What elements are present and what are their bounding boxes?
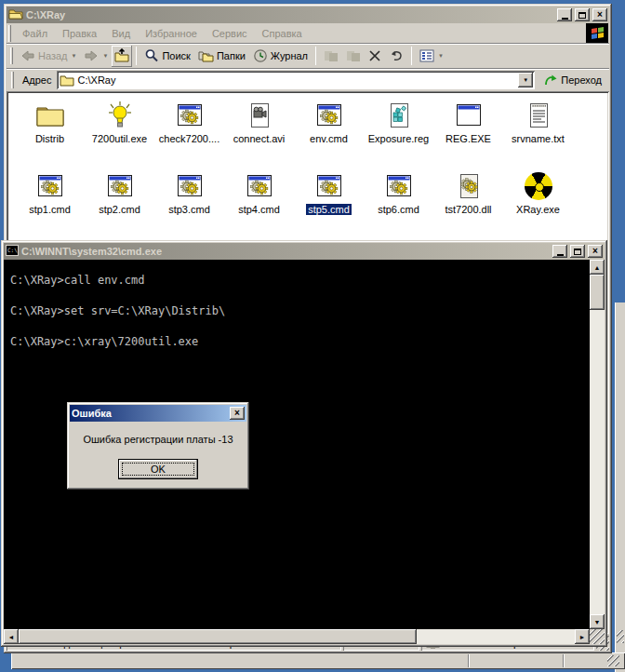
toolbar-grip[interactable] — [10, 47, 13, 64]
close-button[interactable]: × — [592, 8, 607, 21]
console-resize-grip[interactable] — [590, 629, 605, 644]
file-label: check7200.... — [159, 133, 219, 144]
up-button[interactable] — [112, 46, 132, 67]
undo-arrow-icon — [389, 49, 404, 62]
file-label: Exposure.reg — [368, 133, 429, 144]
file-stp3.cmd[interactable]: stp3.cmd — [154, 170, 224, 237]
console-title: C:\WINNT\system32\cmd.exe — [21, 246, 550, 257]
undo-button[interactable] — [385, 46, 407, 67]
vertical-scrollbar[interactable]: ▲ ▼ — [590, 260, 605, 629]
toolbar: Назад ▼ ▼ Поиск Папки — [7, 44, 609, 69]
address-input[interactable]: C:\XRay ▼ — [57, 71, 536, 89]
up-folder-icon — [113, 48, 130, 63]
move-to-button[interactable] — [320, 46, 342, 67]
cmd-file-icon — [383, 170, 415, 202]
address-bar: Адрес C:\XRay ▼ Переход — [7, 69, 609, 91]
delete-x-icon — [368, 49, 381, 62]
dialog-title: Ошибка — [72, 408, 227, 419]
console-close-button[interactable]: × — [588, 245, 603, 258]
file-tst7200.dll[interactable]: tst7200.dll — [433, 170, 503, 237]
menu-item-3[interactable]: Вид — [104, 26, 138, 41]
file-XRay.exe[interactable]: XRay.exe — [503, 170, 573, 237]
move-to-icon — [324, 49, 339, 62]
file-Exposure.reg[interactable]: Exposure.reg — [364, 100, 433, 167]
console-titlebar[interactable]: C:\ C:\WINNT\system32\cmd.exe × — [4, 243, 605, 260]
history-button[interactable]: Журнал — [249, 46, 312, 67]
explorer-title: C:\XRay — [26, 9, 554, 20]
dialog-close-button[interactable]: × — [230, 407, 245, 420]
background-window-right-edge — [615, 302, 625, 672]
folder-window-icon — [8, 7, 23, 22]
console-minimize-button[interactable] — [552, 245, 567, 258]
views-button[interactable]: ▼ — [416, 46, 447, 67]
views-dropdown-icon[interactable]: ▼ — [438, 53, 444, 59]
file-label: REG.EXE — [445, 133, 491, 144]
cmd-file-icon — [174, 170, 206, 202]
maximize-button[interactable] — [575, 8, 590, 21]
registry-file-icon — [383, 100, 415, 131]
explorer-titlebar[interactable]: C:\XRay × — [7, 7, 609, 23]
file-7200util.exe[interactable]: 7200util.exe — [85, 100, 154, 167]
file-Distrib[interactable]: Distrib — [15, 100, 85, 167]
file-srvname.txt[interactable]: srvname.txt — [503, 100, 573, 167]
cmd-file-icon — [244, 170, 275, 202]
text-file-icon — [523, 100, 554, 131]
minimize-button[interactable] — [557, 8, 572, 21]
file-stp1.cmd[interactable]: stp1.cmd — [15, 170, 85, 237]
file-label: 7200util.exe — [92, 133, 147, 144]
file-stp4.cmd[interactable]: stp4.cmd — [224, 170, 294, 237]
cmd-file-icon — [34, 170, 66, 202]
menubar-grip[interactable] — [8, 25, 11, 42]
radiation-icon — [523, 170, 554, 202]
file-label: connect.avi — [233, 133, 286, 144]
back-dropdown-icon[interactable]: ▼ — [72, 53, 77, 59]
file-label: srvname.txt — [512, 133, 565, 144]
copy-to-button[interactable] — [342, 46, 365, 67]
cmd-icon: C:\ — [6, 245, 19, 258]
vertical-scroll-thumb[interactable] — [590, 275, 605, 310]
delete-button[interactable] — [365, 46, 385, 67]
background-window-grip — [617, 630, 624, 643]
console-maximize-button[interactable] — [570, 245, 585, 258]
scroll-up-button[interactable]: ▲ — [590, 260, 605, 275]
back-button[interactable]: Назад ▼ — [17, 46, 80, 67]
history-clock-icon — [253, 48, 268, 63]
search-button[interactable]: Поиск — [140, 46, 193, 67]
file-label: tst7200.dll — [445, 204, 491, 215]
file-connect.avi[interactable]: connect.avi — [224, 100, 294, 167]
file-label: stp1.cmd — [29, 204, 71, 215]
file-label: Distrib — [35, 133, 64, 144]
scroll-left-button[interactable]: ◄ — [4, 629, 19, 644]
file-check7200....[interactable]: check7200.... — [154, 100, 224, 167]
scroll-down-button[interactable]: ▼ — [590, 614, 605, 629]
forward-button[interactable]: ▼ — [80, 46, 112, 67]
address-dropdown-button[interactable]: ▼ — [518, 73, 533, 87]
menu-item-5[interactable]: Сервис — [205, 26, 255, 41]
file-label: env.cmd — [310, 133, 348, 144]
menu-item-1[interactable]: Файл — [15, 26, 55, 41]
horizontal-scroll-thumb[interactable] — [19, 629, 417, 644]
file-stp2.cmd[interactable]: stp2.cmd — [85, 170, 154, 237]
scroll-right-button[interactable]: ► — [575, 629, 590, 644]
desktop: { "colors":{ "desktop":"#3F6FAC","chrome… — [0, 0, 625, 672]
menu-item-4[interactable]: Избранное — [138, 26, 205, 41]
file-stp6.cmd[interactable]: stp6.cmd — [364, 170, 433, 237]
dialog-titlebar[interactable]: Ошибка × — [70, 405, 246, 422]
folders-button[interactable]: Папки — [194, 46, 249, 67]
ok-button[interactable]: OK — [118, 459, 198, 479]
cmd-file-icon — [313, 170, 345, 202]
forward-dropdown-icon[interactable]: ▼ — [102, 53, 108, 59]
cmd-file-icon — [174, 100, 206, 131]
go-arrow-icon — [544, 74, 558, 87]
menu-item-2[interactable]: Правка — [55, 26, 104, 41]
error-dialog: Ошибка × Ошибка регистрации платы -13 OK — [67, 402, 249, 490]
horizontal-scrollbar[interactable]: ◄ ► — [4, 629, 590, 644]
file-label: XRay.exe — [516, 204, 560, 215]
dll-file-icon — [453, 170, 485, 202]
menu-item-6[interactable]: Справка — [255, 26, 310, 41]
go-button[interactable]: Переход — [539, 74, 606, 87]
addressbar-grip[interactable] — [11, 72, 14, 88]
file-env.cmd[interactable]: env.cmd — [294, 100, 364, 167]
file-REG.EXE[interactable]: REG.EXE — [433, 100, 503, 167]
file-stp5.cmd[interactable]: stp5.cmd — [294, 170, 364, 237]
